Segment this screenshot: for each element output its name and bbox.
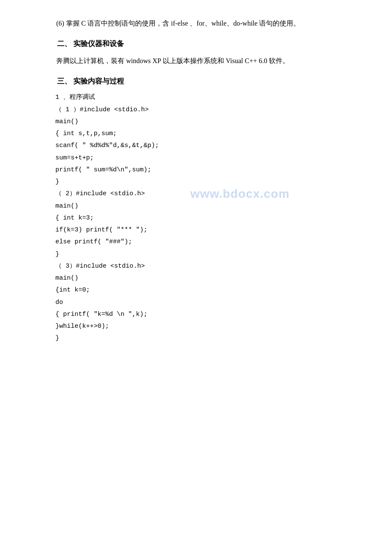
section3-heading: 三、 实验内容与过程 bbox=[43, 75, 358, 88]
code-line: else printf( "###"); bbox=[55, 237, 358, 248]
code-line: main() bbox=[55, 273, 358, 284]
program3-label: （ 3）#include <stdio.h> bbox=[55, 261, 358, 272]
code-line: do bbox=[55, 297, 358, 308]
program3-body: main() {int k=0; do { printf( "k=%d \n "… bbox=[43, 273, 358, 344]
code-line: { int k=3; bbox=[55, 213, 358, 224]
code-line: } bbox=[55, 176, 358, 188]
code-line: } bbox=[55, 333, 358, 344]
code-line: sum=s+t+p; bbox=[55, 153, 358, 164]
code-line: if(k=3) printf( "*** "); bbox=[55, 225, 358, 236]
code-line: scanf( " %d%d%"d,&s,&t,&p); bbox=[55, 140, 358, 151]
code-line: main() bbox=[55, 116, 358, 127]
program1-label: （ 1 ）#include <stdio.h> bbox=[55, 104, 358, 116]
code-line: printf( " sum=%d\n",sum); bbox=[55, 165, 358, 176]
program2-label: （ 2）#include <stdio.h> bbox=[55, 188, 358, 199]
intro-paragraph: (6) 掌握 C 语言中控制语句的使用，含 if-else 、for、while… bbox=[43, 17, 358, 30]
program2-body: main() { int k=3; if(k=3) printf( "*** "… bbox=[43, 201, 358, 260]
code-line: { int s,t,p,sum; bbox=[55, 128, 358, 139]
code-line: { printf( "k=%d \n ",k); bbox=[55, 309, 358, 320]
code-line: }while(k++>0); bbox=[55, 321, 358, 332]
page-content: www.bdocx.com (6) 掌握 C 语言中控制语句的使用，含 if-e… bbox=[43, 17, 358, 344]
code-line: {int k=0; bbox=[55, 285, 358, 296]
code-line: main() bbox=[55, 201, 358, 212]
section2-content: 奔腾以上计算机，装有 windows XP 以上版本操作系统和 Visual C… bbox=[43, 55, 358, 67]
subsection-label: 1 、程序调试 bbox=[55, 92, 358, 103]
code-line: } bbox=[55, 249, 358, 260]
program1-body: main() { int s,t,p,sum; scanf( " %d%d%"d… bbox=[43, 116, 358, 188]
section2-heading: 二、 实验仪器和设备 bbox=[43, 38, 358, 51]
